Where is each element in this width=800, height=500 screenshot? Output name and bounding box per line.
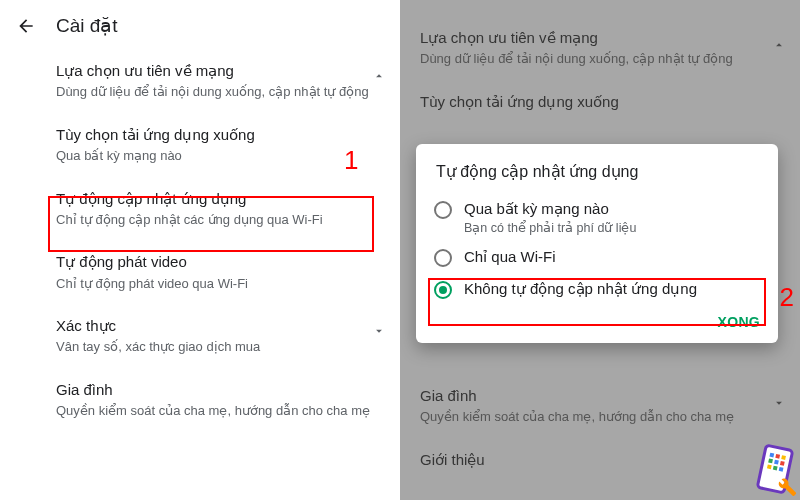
back-icon[interactable]	[16, 16, 36, 36]
settings-item-auth[interactable]: Xác thực Vân tay số, xác thực giao dịch …	[0, 304, 400, 368]
auto-update-dialog: Tự động cập nhật ứng dụng Qua bất kỳ mạn…	[416, 144, 778, 343]
bg-item-family: Gia đình Quyền kiểm soát của cha mẹ, hướ…	[400, 374, 800, 438]
wrench-icon	[772, 472, 798, 498]
radio-label: Chỉ qua Wi-Fi	[464, 247, 556, 267]
radio-label: Qua bất kỳ mạng nào	[464, 199, 636, 219]
item-sub: Qua bất kỳ mạng nào	[56, 147, 372, 165]
bg-item-download: Tùy chọn tải ứng dụng xuống	[400, 80, 800, 126]
item-title: Tùy chọn tải ứng dụng xuống	[56, 125, 372, 145]
item-title: Giới thiệu	[420, 450, 772, 470]
page-title: Cài đặt	[56, 14, 118, 37]
item-title: Tùy chọn tải ứng dụng xuống	[420, 92, 772, 112]
item-title: Gia đình	[56, 380, 372, 400]
item-sub: Quyền kiểm soát của cha mẹ, hướng dẫn ch…	[420, 408, 772, 426]
item-title: Lựa chọn ưu tiên về mạng	[56, 61, 372, 81]
radio-icon	[434, 249, 452, 267]
bg-item-about: Giới thiệu	[400, 438, 800, 470]
item-sub: Chỉ tự động phát video qua Wi-Fi	[56, 275, 372, 293]
annotation-2: 2	[780, 282, 794, 313]
right-panel: Lựa chọn ưu tiên về mạng Dùng dữ liệu để…	[400, 0, 800, 500]
bg-item-network: Lựa chọn ưu tiên về mạng Dùng dữ liệu để…	[400, 16, 800, 80]
settings-item-family[interactable]: Gia đình Quyền kiểm soát của cha mẹ, hướ…	[0, 368, 400, 432]
settings-list: Lựa chọn ưu tiên về mạng Dùng dữ liệu để…	[0, 49, 400, 432]
chevron-down-icon	[372, 324, 386, 342]
item-title: Tự động cập nhật ứng dụng	[56, 189, 372, 209]
radio-option-any-network[interactable]: Qua bất kỳ mạng nào Bạn có thể phải trả …	[416, 193, 778, 241]
item-sub: Quyền kiểm soát của cha mẹ, hướng dẫn ch…	[56, 402, 372, 420]
left-panel: Cài đặt Lựa chọn ưu tiên về mạng Dùng dữ…	[0, 0, 400, 500]
item-title: Xác thực	[56, 316, 372, 336]
radio-icon-selected	[434, 281, 452, 299]
settings-header: Cài đặt	[0, 0, 400, 49]
settings-item-auto-update[interactable]: Tự động cập nhật ứng dụng Chỉ tự động cậ…	[0, 177, 400, 241]
radio-icon	[434, 201, 452, 219]
radio-option-dont-update[interactable]: Không tự động cập nhật ứng dụng	[416, 273, 778, 305]
settings-item-network[interactable]: Lựa chọn ưu tiên về mạng Dùng dữ liệu để…	[0, 49, 400, 113]
radio-option-wifi-only[interactable]: Chỉ qua Wi-Fi	[416, 241, 778, 273]
brand-logo	[760, 446, 790, 492]
dialog-actions: XONG	[416, 305, 778, 337]
item-title: Gia đình	[420, 386, 772, 406]
done-button[interactable]: XONG	[718, 314, 760, 330]
settings-item-autoplay[interactable]: Tự động phát video Chỉ tự động phát vide…	[0, 240, 400, 304]
chevron-up-icon	[772, 38, 786, 56]
dialog-title: Tự động cập nhật ứng dụng	[416, 162, 778, 193]
radio-sub: Bạn có thể phải trả phí dữ liệu	[464, 220, 636, 235]
chevron-down-icon	[772, 396, 786, 414]
settings-item-download-pref[interactable]: Tùy chọn tải ứng dụng xuống Qua bất kỳ m…	[0, 113, 400, 177]
chevron-up-icon	[372, 69, 386, 87]
item-sub: Dùng dữ liệu để tải nội dung xuống, cập …	[56, 83, 372, 101]
item-sub: Dùng dữ liệu để tải nội dung xuống, cập …	[420, 50, 772, 68]
item-title: Lựa chọn ưu tiên về mạng	[420, 28, 772, 48]
item-title: Tự động phát video	[56, 252, 372, 272]
radio-label: Không tự động cập nhật ứng dụng	[464, 279, 697, 299]
item-sub: Chỉ tự động cập nhật các ứng dụng qua Wi…	[56, 211, 372, 229]
item-sub: Vân tay số, xác thực giao dịch mua	[56, 338, 372, 356]
